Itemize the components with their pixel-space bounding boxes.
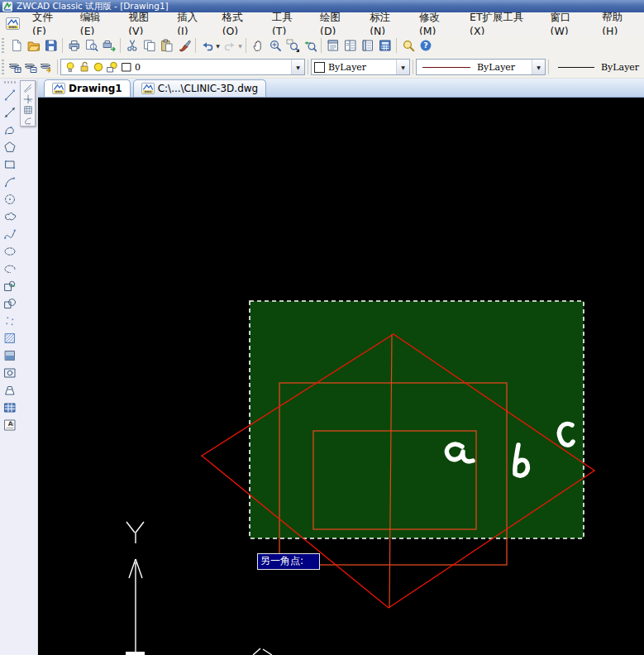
layer-select[interactable]: 0 ▼	[60, 59, 305, 75]
app-icon	[2, 2, 12, 12]
layer-previous-button[interactable]	[39, 58, 55, 76]
undo-button[interactable]	[198, 36, 216, 55]
revision-cloud-button[interactable]	[2, 208, 19, 225]
ellipse-button[interactable]	[2, 242, 19, 260]
document-tab-2[interactable]: DWGC:\...\CLINIC-3D.dwg	[133, 79, 267, 97]
region-button[interactable]	[2, 364, 19, 381]
construction-line-icon	[3, 106, 17, 119]
open-button[interactable]	[25, 36, 42, 55]
polygon-icon	[3, 141, 17, 154]
cut-button[interactable]	[123, 36, 141, 55]
save-button[interactable]	[42, 36, 60, 55]
match-properties-button[interactable]	[175, 36, 193, 55]
wipeout-icon	[3, 384, 17, 397]
arc-icon	[3, 175, 17, 189]
color-dropdown-arrow[interactable]: ▼	[396, 60, 409, 74]
paste-button[interactable]	[158, 36, 175, 55]
draw-toolbar: A	[1, 79, 19, 433]
zoom-previous-button[interactable]	[301, 36, 318, 55]
left-dock: A	[0, 79, 38, 655]
table-icon	[3, 401, 17, 414]
zoom-realtime-button[interactable]	[266, 36, 284, 55]
document-icon[interactable]: DWG	[6, 17, 20, 30]
layer-states-icon	[24, 60, 37, 74]
construction-line-button[interactable]	[2, 103, 19, 121]
sun-icon	[92, 60, 105, 74]
toolbar-grip[interactable]	[2, 60, 4, 74]
quick-calc-button[interactable]	[376, 36, 394, 55]
area-button[interactable]	[21, 104, 34, 115]
mtext-button[interactable]: A	[2, 416, 19, 433]
polyline-icon	[3, 123, 17, 136]
undo-dropdown-arrow[interactable]: ▼	[215, 43, 221, 49]
tab-label: Drawing1	[69, 83, 122, 94]
linetype-select[interactable]: ByLayer ▼	[416, 59, 546, 75]
distance-button[interactable]	[21, 83, 34, 93]
ucs-y-arrow	[129, 559, 142, 653]
locate-point-button[interactable]	[21, 93, 34, 104]
linetype-preview	[422, 67, 470, 68]
pan-button[interactable]	[249, 36, 266, 55]
layer-states-button[interactable]	[23, 58, 39, 76]
toolbar-grip[interactable]	[4, 81, 16, 84]
point-button[interactable]	[2, 312, 19, 329]
color-swatch-icon	[120, 60, 133, 74]
lineweight-preview	[558, 67, 594, 68]
hatch-button[interactable]	[2, 329, 19, 347]
ucs-x-marks	[253, 648, 272, 655]
print-button[interactable]	[65, 36, 83, 55]
color-select[interactable]: ByLayer ▼	[311, 59, 410, 75]
hatch-icon	[3, 332, 17, 345]
copy-button[interactable]	[141, 36, 158, 55]
redo-button[interactable]	[221, 36, 238, 55]
properties-toolbar: 0 ▼ ByLayer ▼ ByLayer ▼ ByLayer	[0, 56, 644, 79]
table-button[interactable]	[2, 399, 19, 416]
arc-button[interactable]	[2, 173, 19, 190]
paste-icon	[160, 39, 174, 52]
help-button[interactable]: ?	[417, 36, 434, 55]
zoom-window-button[interactable]	[284, 36, 301, 55]
gradient-button[interactable]	[2, 347, 19, 364]
design-center-button[interactable]	[341, 36, 359, 55]
circle-button[interactable]	[2, 190, 19, 208]
find-icon	[402, 39, 415, 52]
zoom-realtime-icon	[269, 39, 282, 52]
cut-icon	[126, 39, 139, 52]
rectangle-button[interactable]	[2, 155, 19, 173]
locate-point-icon	[23, 94, 33, 104]
wipeout-button[interactable]	[2, 381, 19, 399]
print-preview-button[interactable]	[83, 36, 100, 55]
properties-palette-button[interactable]	[324, 36, 341, 55]
redo-dropdown-arrow[interactable]: ▼	[237, 43, 243, 49]
list-button[interactable]	[21, 115, 34, 126]
bulb-icon	[64, 60, 77, 74]
pan-icon	[251, 39, 265, 52]
polygon-button[interactable]	[2, 138, 19, 155]
make-block-button[interactable]	[2, 294, 19, 312]
svg-text:DWG: DWG	[9, 26, 17, 29]
lineweight-select[interactable]: ByLayer	[551, 59, 644, 75]
document-tab-1[interactable]: DWGDrawing1	[44, 79, 131, 97]
polyline-button[interactable]	[2, 121, 19, 138]
drawing-svg	[38, 98, 644, 655]
crossing-selection-window[interactable]	[250, 301, 584, 538]
drawing-canvas[interactable]: 另一角点:	[38, 98, 644, 655]
toolbar-grip[interactable]	[2, 38, 4, 53]
ellipse-arc-button[interactable]	[2, 260, 19, 277]
layer-manager-button[interactable]	[7, 58, 23, 76]
linetype-dropdown-arrow[interactable]: ▼	[532, 60, 545, 74]
toolbar-separator	[246, 38, 246, 53]
layer-dropdown-arrow[interactable]: ▼	[291, 60, 304, 74]
find-button[interactable]	[399, 36, 417, 55]
tool-palettes-button[interactable]	[359, 36, 376, 55]
properties-palette-icon	[327, 39, 340, 52]
copy-icon	[143, 39, 156, 52]
new-button[interactable]	[7, 36, 25, 55]
line-button[interactable]	[2, 86, 19, 103]
dwg-file-icon: DWG	[141, 83, 155, 94]
insert-block-button[interactable]	[2, 277, 19, 294]
spline-button[interactable]	[2, 225, 19, 242]
plot-button[interactable]	[100, 36, 117, 55]
toolbar-separator	[120, 38, 121, 53]
zoom-previous-icon	[303, 39, 317, 52]
